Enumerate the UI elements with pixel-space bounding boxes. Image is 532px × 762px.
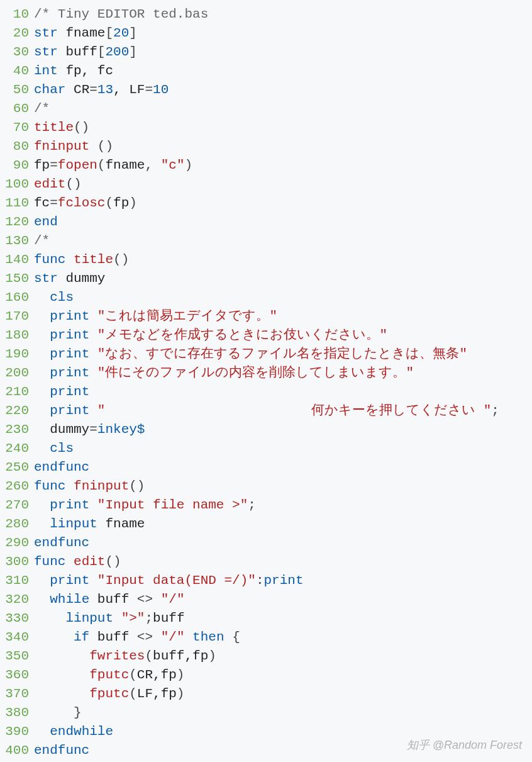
code-content: cls: [34, 288, 532, 307]
token-op: <>: [137, 592, 153, 607]
code-content: /* Tiny EDITOR ted.bas: [34, 5, 532, 24]
token-id: [34, 573, 50, 588]
token-id: [34, 668, 89, 682]
token-punc: [: [105, 26, 113, 40]
token-id: dummy: [34, 422, 89, 437]
token-id: fp: [34, 158, 50, 172]
token-id: [34, 592, 50, 607]
token-id: [34, 441, 50, 456]
token-punc: ): [177, 668, 185, 682]
code-content: while buff <> "/": [34, 590, 532, 609]
token-punc: ;: [145, 611, 153, 625]
token-id: fc: [34, 196, 50, 210]
line-number: 260: [0, 477, 34, 496]
code-content: str dummy: [34, 269, 532, 288]
code-line: 400endfunc: [0, 741, 532, 760]
line-number: 380: [0, 703, 34, 722]
token-kw: str: [34, 26, 58, 40]
code-line: 130/*: [0, 232, 532, 250]
token-op: <>: [137, 630, 153, 644]
code-content: char CR=13, LF=10: [34, 81, 532, 99]
token-num: 10: [153, 82, 169, 97]
token-kw: cls: [50, 290, 74, 305]
line-number: 390: [0, 722, 34, 741]
token-id: fname: [105, 158, 145, 172]
code-content: print "Input file name >";: [34, 496, 532, 515]
code-content: print " 何かキーを押してください ";: [34, 401, 532, 420]
code-line: 10/* Tiny EDITOR ted.bas: [0, 5, 532, 24]
token-num: 20: [113, 26, 129, 40]
code-content: linput fname: [34, 515, 532, 534]
code-line: 70title(): [0, 118, 532, 137]
line-number: 40: [0, 62, 34, 81]
line-number: 70: [0, 118, 34, 137]
code-line: 160 cls: [0, 288, 532, 307]
line-number: 300: [0, 552, 34, 571]
code-line: 310 print "Input data(END =/)":print: [0, 571, 532, 590]
token-id: [153, 592, 161, 607]
code-line: 340 if buff <> "/" then {: [0, 628, 532, 647]
code-content: str fname[20]: [34, 24, 532, 43]
token-kw: print: [50, 573, 89, 588]
line-number: 10: [0, 5, 34, 24]
token-punc: (): [65, 177, 81, 191]
code-line: 370 fputc(LF,fp): [0, 685, 532, 703]
token-id: [34, 347, 50, 361]
code-content: /*: [34, 232, 532, 250]
token-num: 200: [105, 45, 129, 59]
token-op: =: [50, 158, 58, 172]
token-fn: title: [74, 252, 113, 267]
token-punc: ): [185, 158, 193, 172]
token-punc: (: [129, 668, 137, 682]
token-id: [34, 403, 50, 418]
token-punc: ): [208, 649, 216, 663]
code-content: linput ">";buff: [34, 609, 532, 628]
code-line: 190 print "なお、すでに存在するファイル名を指定したときは、無条": [0, 345, 532, 364]
token-punc: (): [113, 252, 129, 267]
line-number: 100: [0, 175, 34, 194]
code-content: fp=fopen(fname, "c"): [34, 156, 532, 175]
token-fn: fclosc: [58, 196, 106, 210]
code-line: 80fninput (): [0, 137, 532, 156]
token-id: [34, 630, 74, 644]
token-fn: fputc: [89, 668, 129, 682]
token-id: [65, 252, 74, 267]
token-kw: linput: [50, 517, 97, 531]
line-number: 250: [0, 458, 34, 477]
line-number: 130: [0, 232, 34, 250]
token-punc: [: [97, 45, 106, 59]
token-punc: ]: [129, 26, 137, 40]
token-fn: edit: [34, 177, 65, 191]
token-id: [89, 573, 97, 588]
token-kw: endfunc: [34, 535, 89, 550]
code-line: 350 fwrites(buff,fp): [0, 647, 532, 666]
code-content: title(): [34, 118, 532, 137]
line-number: 150: [0, 269, 34, 288]
line-number: 60: [0, 99, 34, 118]
code-content: edit(): [34, 175, 532, 194]
line-number: 50: [0, 81, 34, 99]
token-punc: :: [256, 573, 264, 588]
line-number: 90: [0, 156, 34, 175]
code-line: 100edit(): [0, 175, 532, 194]
code-content: endwhile: [34, 722, 532, 741]
token-id: [89, 309, 97, 323]
code-content: cls: [34, 439, 532, 458]
code-content: fc=fclosc(fp): [34, 194, 532, 213]
line-number: 350: [0, 647, 34, 666]
token-fn: edit: [74, 554, 105, 569]
token-str: "メモなどを作成するときにお伎いください。": [97, 328, 387, 342]
line-number: 120: [0, 213, 34, 232]
token-kw: endwhile: [50, 724, 113, 739]
line-number: 370: [0, 685, 34, 703]
token-punc: (): [97, 139, 113, 154]
line-number: 160: [0, 288, 34, 307]
token-id: [65, 479, 74, 493]
code-line: 60/*: [0, 99, 532, 118]
code-line: 390 endwhile: [0, 722, 532, 741]
code-line: 150str dummy: [0, 269, 532, 288]
code-line: 290endfunc: [0, 534, 532, 552]
token-id: LF,fp: [137, 686, 177, 701]
token-id: fp, fc: [58, 64, 113, 78]
token-id: [89, 403, 97, 418]
